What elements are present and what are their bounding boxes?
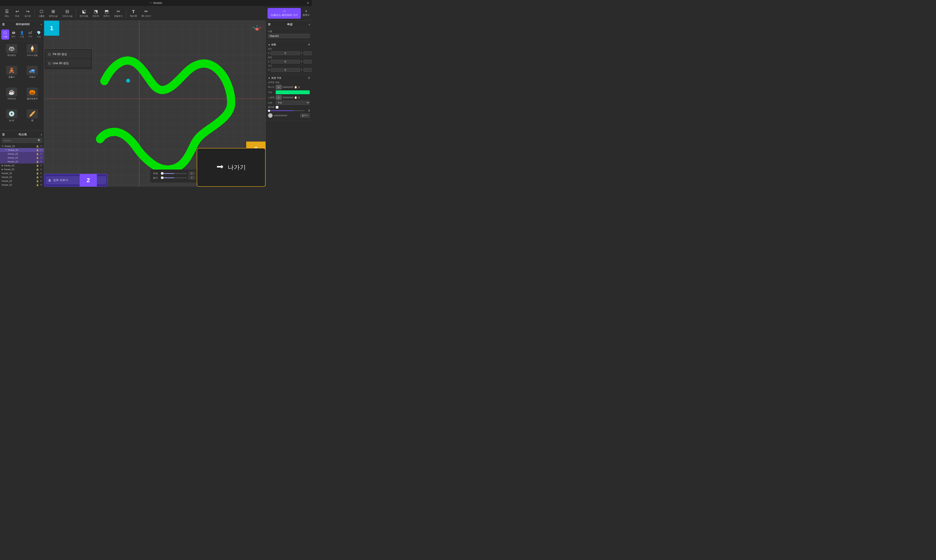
lib-item-raccoon[interactable]: 🦝 랫셔팬더 <box>2 43 22 64</box>
prop-expand-icon[interactable]: › <box>309 23 310 26</box>
prop-header-icon: ☰ <box>268 23 271 26</box>
line3d-button[interactable]: ⬡ Line 3D 생성 <box>46 59 91 67</box>
toolbar-vertex-edit[interactable]: ⬔ 면조작 <box>91 8 101 18</box>
eye-icon: 👁 <box>40 176 42 178</box>
lib-item-pumpkin[interactable]: 🎃 할로윈호박 <box>22 86 42 107</box>
toolbar-group[interactable]: ⬡ 그룹화 <box>36 8 46 18</box>
toolbar-face-edit[interactable]: ⬕ 면구조화 <box>78 8 90 18</box>
list-item[interactable]: ▼ house_01 🔒 👁 <box>0 144 44 148</box>
height-value[interactable] <box>188 176 195 179</box>
texture-delete-icon[interactable]: 🗑 <box>298 86 300 89</box>
list-item[interactable]: house_01 🔒 👁 <box>0 179 44 183</box>
surface-select[interactable]: 투명 <box>276 101 310 105</box>
exit-overlay[interactable]: ⮕ 나가기 <box>197 148 266 187</box>
toolbar-draw3d[interactable]: ✏ 3D 그리기 <box>140 8 153 18</box>
lib-img-coffee: ☕ <box>6 88 17 97</box>
surface-reset-icon[interactable]: ↺ <box>308 77 310 79</box>
lib-img-pumpkin: 🎃 <box>27 88 38 97</box>
close-button[interactable]: ✕ <box>307 1 309 5</box>
toolbar-vertex-edit-label: 면조작 <box>92 15 99 18</box>
line3d-label: Line 3D 생성 <box>53 61 69 65</box>
list-item[interactable]: house_01 🔒 👁 <box>0 152 44 156</box>
rot-x-input[interactable] <box>271 60 300 63</box>
clear-all-button[interactable]: 🗑 모두 지우기 <box>46 176 106 185</box>
lib-item-car[interactable]: 🚙 자동차 <box>22 65 42 85</box>
rot-y-input[interactable] <box>303 60 312 63</box>
lib-item-lp[interactable]: 💿 Lp 판 <box>2 108 22 129</box>
toolbar-area-snap[interactable]: ⊞ 영역스냅 <box>47 8 59 18</box>
search-input[interactable] <box>2 138 42 143</box>
lib-nav-furniture[interactable]: 🛋 가구 <box>26 29 34 40</box>
library-header: ☰ 라이브러리 ‹ <box>0 21 44 28</box>
list-item[interactable]: ▶ house_01 🔒 👁 <box>0 168 44 171</box>
toolbar-redo[interactable]: ↪ 앞으로 <box>23 8 33 18</box>
toolbar-divider-2 <box>76 9 76 18</box>
vertex-edit-icon: ⬔ <box>94 9 98 14</box>
height-slider[interactable] <box>161 177 186 178</box>
lib-item-bread[interactable]: 🥖 빵 <box>22 108 42 129</box>
expand-arrow: ▶ <box>2 165 3 166</box>
thickness-value[interactable] <box>188 172 195 175</box>
draw3d-icon: ✏ <box>145 9 148 14</box>
lib-item-bear[interactable]: 🧸 곰돌이 <box>2 65 22 85</box>
search-icon: 🔍 <box>38 139 41 142</box>
prop-slider[interactable] <box>268 110 305 111</box>
thickness-slider[interactable] <box>161 173 186 174</box>
canvas-control-point[interactable] <box>126 79 130 83</box>
lib-nav-accessory[interactable]: 💎 가전 <box>35 29 43 40</box>
texture-copy-icon[interactable]: 📋 <box>294 86 297 89</box>
expand-button[interactable]: 펼치기 <box>300 113 310 118</box>
list-items: ▼ house_01 🔒 👁 ▼ house_01 🔒 👁 house_01 🔒… <box>0 144 44 187</box>
toolbar-text3d[interactable]: T Text 3D <box>128 8 139 18</box>
list-item[interactable]: house_01 🔒 👁 <box>0 171 44 175</box>
color-picker[interactable] <box>276 90 310 94</box>
lib-item-coffee[interactable]: ☕ 커피머신 <box>2 86 22 107</box>
list-item[interactable]: house_01 🔒 👁 <box>0 160 44 163</box>
toolbar-smooth[interactable]: ✂ 면칠하기 <box>112 8 125 18</box>
lib-nav-basic[interactable]: ⬡ 기본 <box>1 29 9 40</box>
lock-icon: 🔒 <box>36 153 39 155</box>
main-canvas[interactable]: ⬡ Fill 3D 생성 ⬡ Line 3D 생성 🗑 모두 지우기 두께 높이… <box>44 21 266 187</box>
list-item-label: house_01 <box>8 160 18 163</box>
pos-y: Y <box>301 51 312 55</box>
fill3d-button[interactable]: ⬡ Fill 3D 생성 <box>46 50 91 58</box>
clipping-checkbox[interactable] <box>276 106 279 109</box>
list-item[interactable]: house_01 🔒 👁 <box>0 156 44 160</box>
list-item[interactable]: ▶ house_01 🔒 👁 <box>0 163 44 168</box>
lib-nav-spawn[interactable]: 👤 스폰 <box>18 29 26 40</box>
eye-icon: 👁 <box>40 160 42 163</box>
surface-type-row: 표면 투명 <box>268 101 310 105</box>
eye-icon: 👁 <box>40 172 42 174</box>
upload-button[interactable]: ⬆ 업로드 <box>303 10 310 17</box>
normal-row: 노말맵 ▦ ######### 📋 🗑 <box>268 95 310 100</box>
toolbar-menu[interactable]: ☰ 메뉴 <box>2 8 12 18</box>
list-item[interactable]: house_01 🔒 👁 <box>0 183 44 187</box>
toolbar-vertex-add[interactable]: ⬒ 면추가 <box>102 8 111 18</box>
lib-label-raccoon: 랫셔팬더 <box>7 54 16 57</box>
toolbar-undo[interactable]: ↩ 뒤로 <box>12 8 22 18</box>
lock-icon: 🔒 <box>36 184 39 186</box>
list-collapse-icon[interactable]: ‹ <box>41 133 42 136</box>
list-item[interactable]: house_01 🔒 👁 <box>0 175 44 179</box>
transform-reset-icon[interactable]: ↺ <box>308 43 310 46</box>
scale-y-input[interactable] <box>303 68 312 72</box>
expand-arrow: ▶ <box>2 168 3 171</box>
scale-x-input[interactable] <box>271 68 300 72</box>
name-input[interactable] <box>268 34 310 38</box>
toolbar-grid-snap[interactable]: ⊟ 그리드스냅 <box>60 8 74 18</box>
list-item[interactable]: ▼ house_01 🔒 👁 <box>0 148 44 152</box>
list-item-label: house_01 <box>8 156 18 159</box>
normal-delete-icon[interactable]: 🗑 <box>298 96 300 99</box>
pos-x-input[interactable] <box>271 51 300 55</box>
list-item-label: house_01 <box>4 164 14 167</box>
lib-item-icecream[interactable]: 🍦 아이스크림 <box>22 43 42 64</box>
lib-nav-land[interactable]: 🏔 랜드 <box>10 29 18 40</box>
surface-type-label: 표면 <box>268 102 274 105</box>
pos-y-input[interactable] <box>303 51 312 55</box>
lib-nav-land-label: 랜드 <box>11 35 16 38</box>
rotation-label: 회전 <box>268 56 310 59</box>
space-button[interactable]: ⬡ 스페이스 배치하러 가기 <box>268 8 301 19</box>
normal-copy-icon[interactable]: 📋 <box>294 96 297 99</box>
furniture-icon: 🛋 <box>29 31 32 35</box>
library-collapse-icon[interactable]: ‹ <box>41 23 42 26</box>
